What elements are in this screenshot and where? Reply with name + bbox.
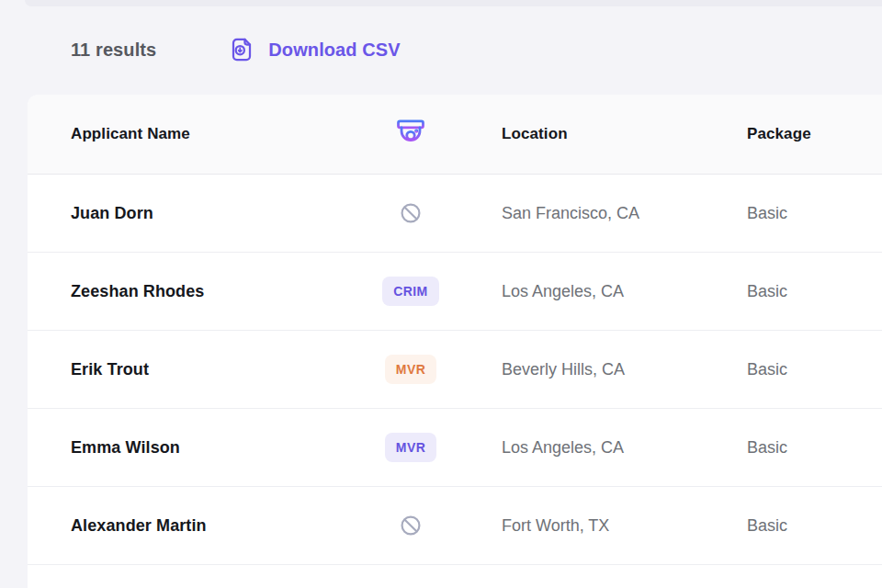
column-header-package: Package xyxy=(747,125,882,143)
check-type-badge: CRIM xyxy=(382,277,438,306)
top-panel-edge xyxy=(25,0,882,6)
table-row[interactable]: Emma Wilson MVR Los Angeles, CA Basic xyxy=(28,409,882,487)
next-row-partial xyxy=(28,565,882,588)
table-row[interactable]: Zeeshan Rhodes CRIM Los Angeles, CA Basi… xyxy=(28,253,882,331)
applicant-location: Fort Worth, TX xyxy=(454,516,747,536)
column-header-location: Location xyxy=(454,125,747,143)
prohibited-icon xyxy=(399,201,423,225)
table-body: Juan Dorn San Francisco, CA Basic Zeesha… xyxy=(28,175,882,565)
table-row[interactable]: Erik Trout MVR Beverly Hills, CA Basic xyxy=(28,331,882,409)
applicant-name: Emma Wilson xyxy=(28,438,368,458)
applicant-package: Basic xyxy=(747,204,882,223)
applicant-package: Basic xyxy=(747,438,882,458)
column-header-monitor xyxy=(368,119,454,150)
results-count: 11 results xyxy=(71,40,156,61)
column-header-applicant-name: Applicant Name xyxy=(28,125,368,143)
applicant-name: Juan Dorn xyxy=(28,204,368,223)
table-row[interactable]: Alexander Martin Fort Worth, TX Basic xyxy=(28,487,882,565)
applicant-package: Basic xyxy=(747,360,882,379)
download-csv-button[interactable]: Download CSV xyxy=(228,36,400,63)
check-type-badge: MVR xyxy=(385,355,436,384)
download-csv-label: Download CSV xyxy=(268,40,400,61)
dome-camera-icon xyxy=(393,119,428,150)
check-type-cell xyxy=(368,201,454,225)
check-type-cell: MVR xyxy=(368,433,454,462)
applicant-name: Erik Trout xyxy=(28,360,368,379)
applicant-location: Beverly Hills, CA xyxy=(454,360,747,379)
table-header-row: Applicant Name Location Pack xyxy=(28,95,882,175)
applicant-package: Basic xyxy=(747,516,882,536)
table-row[interactable]: Juan Dorn San Francisco, CA Basic xyxy=(28,175,882,253)
applicant-package: Basic xyxy=(747,282,882,301)
applicant-location: Los Angeles, CA xyxy=(454,282,747,301)
applicant-location: San Francisco, CA xyxy=(454,204,747,223)
applicant-name: Zeeshan Rhodes xyxy=(28,282,368,301)
check-type-cell xyxy=(368,514,454,537)
applicant-location: Los Angeles, CA xyxy=(454,438,747,458)
check-type-cell: CRIM xyxy=(368,277,454,306)
prohibited-icon xyxy=(399,514,423,537)
file-download-icon xyxy=(228,36,255,63)
results-toolbar: 11 results Download CSV xyxy=(71,31,401,68)
applicant-name: Alexander Martin xyxy=(28,516,368,536)
check-type-badge: MVR xyxy=(385,433,436,462)
applicants-table: Applicant Name Location Pack xyxy=(28,95,882,588)
check-type-cell: MVR xyxy=(368,355,454,384)
